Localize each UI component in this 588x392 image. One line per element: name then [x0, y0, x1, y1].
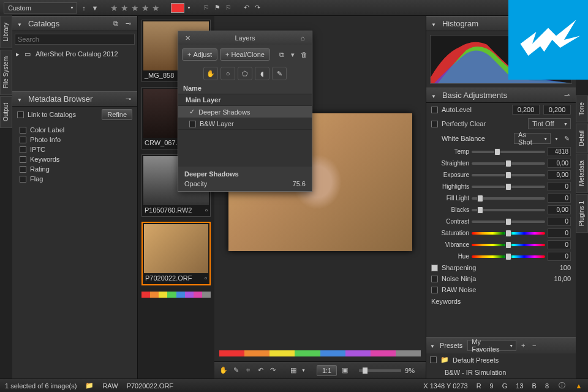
meta-item[interactable]: Photo Info — [12, 135, 137, 145]
rotate-left-icon[interactable]: ↶ — [243, 4, 251, 12]
trash-icon[interactable]: 🗑 — [300, 50, 308, 59]
pan-icon[interactable]: ✋ — [219, 366, 228, 375]
metadata-header[interactable]: Metadata Browser ⊸ — [12, 91, 137, 107]
refine-button[interactable]: Refine — [102, 109, 132, 120]
autolevel-value-1[interactable]: 0,200 — [512, 105, 540, 115]
flag-icon[interactable]: ⚐ — [202, 4, 211, 12]
flag-fill-icon[interactable]: ⚑ — [213, 4, 222, 12]
adj-value[interactable]: 4818 — [548, 147, 571, 156]
layers-panel[interactable]: ✕ Layers ⌂ +Adjust +Heal/Clone ⧉ ▾ 🗑 ✋ ○… — [178, 31, 312, 192]
catalogs-header[interactable]: Catalogs ⧉ ⊸ — [12, 16, 137, 31]
adjust-button[interactable]: +Adjust — [182, 48, 217, 61]
tab-detail[interactable]: Detail — [576, 124, 588, 153]
adj-value[interactable]: 0 — [548, 228, 571, 238]
meta-item[interactable]: Rating — [12, 164, 137, 174]
grid-icon[interactable]: ▦ — [289, 366, 298, 375]
brush-tool-icon[interactable]: ✎ — [272, 67, 287, 80]
slider[interactable] — [472, 151, 545, 153]
meta-item[interactable]: Color Label — [12, 125, 137, 135]
default-presets-folder[interactable]: 📁Default Presets — [426, 353, 576, 366]
slider[interactable] — [472, 174, 545, 176]
zoom-1to1-button[interactable]: 1:1 — [317, 365, 337, 376]
star-icon[interactable]: ★ — [121, 3, 129, 13]
slider[interactable] — [472, 255, 545, 258]
star-icon[interactable]: ★ — [110, 3, 118, 13]
raw-noise-checkbox[interactable] — [431, 287, 438, 293]
tab-filesystem[interactable]: File System — [0, 50, 12, 95]
pin-icon[interactable]: ⊸ — [562, 91, 571, 100]
adj-value[interactable]: 0 — [548, 240, 571, 249]
tab-output[interactable]: Output — [0, 96, 12, 128]
up-arrow-icon[interactable]: ↑ — [80, 4, 88, 12]
color-label-strip[interactable] — [219, 350, 421, 359]
adj-value[interactable]: 0,00 — [548, 205, 571, 214]
meta-item[interactable]: Flag — [12, 174, 137, 184]
close-icon[interactable]: ✕ — [183, 34, 192, 42]
info-icon[interactable]: ⓘ — [557, 382, 566, 390]
slider[interactable] — [472, 221, 545, 223]
adj-value[interactable]: 0,00 — [548, 170, 571, 179]
tab-library[interactable]: Library — [0, 16, 12, 48]
layer-bw[interactable]: B&W Layer — [178, 118, 312, 130]
meta-item[interactable]: IPTC — [12, 145, 137, 154]
star-icon[interactable]: ★ — [152, 3, 160, 13]
slider[interactable] — [472, 162, 545, 165]
layer-deeper-shadows[interactable]: ✓Deeper Shadows — [178, 106, 312, 118]
slider[interactable] — [472, 244, 545, 246]
flag-cancel-icon[interactable]: ⚐ — [224, 4, 233, 12]
tab-metadata[interactable]: Metadata — [576, 154, 588, 193]
link-catalogs-checkbox[interactable] — [17, 111, 24, 118]
rotate-right-icon[interactable]: ↷ — [254, 4, 262, 12]
presets-dropdown[interactable]: My Favorites — [467, 340, 516, 351]
filter-icon[interactable]: ▼ — [91, 4, 99, 12]
sharpening-checkbox[interactable]: ✓ — [431, 265, 438, 271]
basic-adj-header[interactable]: Basic Adjustments ⊸ — [426, 88, 576, 103]
tab-plugins[interactable]: Plugins 1 — [576, 194, 588, 233]
meta-item[interactable]: Keywords — [12, 154, 137, 164]
down-icon[interactable]: ▾ — [288, 50, 297, 59]
presets-header[interactable]: Presets My Favorites + − — [426, 337, 576, 353]
noise-checkbox[interactable] — [431, 276, 438, 282]
pin-icon[interactable]: ⊸ — [124, 95, 132, 104]
slider[interactable] — [472, 186, 545, 188]
catalog-item[interactable]: ▸▭ AfterShot Pro Catalog 2012 — [12, 47, 137, 61]
curve-tool-icon[interactable]: ◖ — [255, 67, 270, 80]
tint-dropdown[interactable]: Tint Off — [528, 118, 571, 129]
heal-clone-button[interactable]: +Heal/Clone — [220, 48, 270, 61]
search-input[interactable] — [15, 34, 135, 45]
polygon-tool-icon[interactable]: ⬠ — [238, 67, 252, 80]
slider[interactable] — [472, 197, 545, 200]
circle-tool-icon[interactable]: ○ — [221, 67, 235, 80]
fit-icon[interactable]: ▣ — [341, 366, 349, 375]
autolevel-value-2[interactable]: 0,200 — [543, 105, 571, 115]
rotate-right-icon[interactable]: ↷ — [268, 366, 277, 375]
rotate-left-icon[interactable]: ↶ — [256, 366, 265, 375]
tab-tone[interactable]: Tone — [576, 96, 588, 123]
adj-value[interactable]: 0 — [548, 252, 571, 261]
perfectly-clear-checkbox[interactable] — [431, 121, 438, 127]
add-preset-icon[interactable]: + — [519, 341, 527, 350]
copy-icon[interactable]: ⧉ — [277, 50, 286, 59]
adj-value[interactable]: 0 — [548, 217, 571, 226]
hand-tool-icon[interactable]: ✋ — [203, 67, 218, 80]
star-icon[interactable]: ★ — [141, 3, 149, 13]
home-icon[interactable]: ⌂ — [298, 34, 307, 42]
layer-main[interactable]: Main Layer — [178, 94, 312, 106]
thumbnail[interactable]: P7020022.ORF▫ — [141, 222, 211, 285]
remove-preset-icon[interactable]: − — [530, 341, 538, 350]
slider[interactable] — [472, 209, 545, 211]
eyedropper-icon[interactable]: ✎ — [562, 134, 571, 143]
custom-dropdown[interactable]: Custom — [4, 2, 77, 13]
autolevel-checkbox[interactable] — [431, 107, 438, 113]
preset-item[interactable]: B&W - IR Simulation — [426, 366, 576, 379]
pin-icon[interactable]: ⊸ — [124, 20, 132, 28]
star-icon[interactable]: ★ — [131, 3, 139, 13]
adj-value[interactable]: 0 — [548, 194, 571, 203]
adj-value[interactable]: 0 — [548, 182, 571, 191]
wb-dropdown[interactable]: As Shot — [514, 133, 551, 144]
warning-icon[interactable]: ▲ — [575, 382, 583, 390]
adj-value[interactable]: 0,00 — [548, 159, 571, 168]
color-swatch-red[interactable] — [171, 3, 184, 13]
eyedropper-icon[interactable]: ✎ — [232, 366, 240, 375]
slider[interactable] — [472, 232, 545, 235]
